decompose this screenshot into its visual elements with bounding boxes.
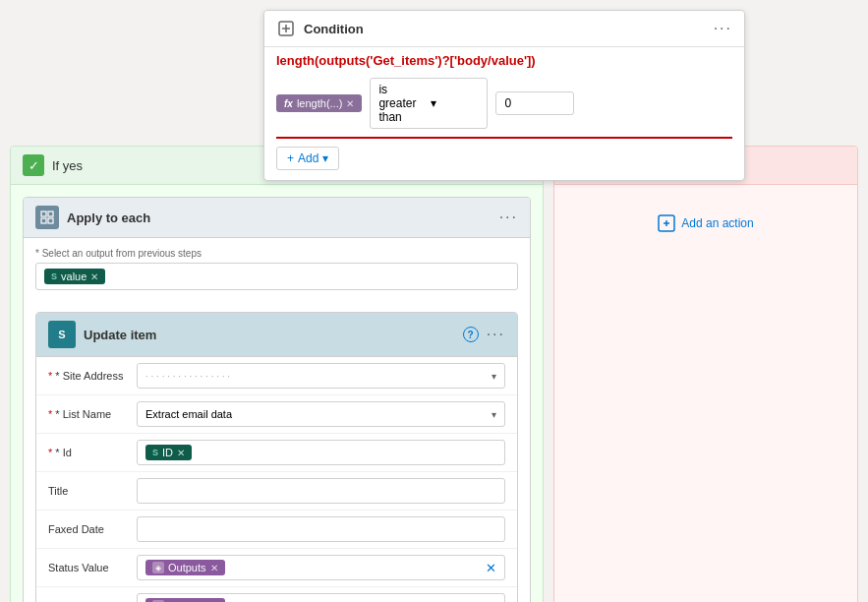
add-chevron-icon: ▾ [322,151,328,165]
condition-card: Condition ··· length(outputs('Get_items'… [263,10,745,181]
if-yes-label: If yes [52,158,83,173]
list-name-value: Extract email data [145,408,232,420]
faxed-date-label: Faxed Date [48,523,137,535]
id-pill-label: ID [162,447,173,458]
svg-rect-4 [48,218,53,223]
apply-each-menu-dots[interactable]: ··· [499,209,518,226]
apply-each-icon [35,206,59,229]
condition-row: fx length(...) ✕ is greater than ▾ [264,70,744,137]
status-clear-icon[interactable]: ✕ [486,561,496,575]
status-value-input[interactable]: ◈ Outputs ✕ ✕ [137,555,505,580]
main-container: Condition ··· length(outputs('Get_items'… [0,0,868,602]
svg-rect-2 [48,211,53,216]
chevron-down-icon: ▾ [431,96,479,110]
add-action-label: Add an action [681,216,753,230]
formula-pill[interactable]: fx length(...) ✕ [276,94,362,112]
condition-menu-dots[interactable]: ··· [714,20,732,37]
list-name-label: * List Name [48,408,137,420]
if-yes-panel: ✓ If yes Apply [10,146,544,602]
checkmark-icon: ✓ [23,154,44,176]
id-pill-icon: S [152,448,158,457]
update-item-card: S Update item ? ··· * Site Address [35,312,518,602]
value-pill-close[interactable]: ✕ [90,271,98,282]
add-button[interactable]: + Add ▾ [276,147,339,170]
branches-row: ✓ If yes Apply [10,146,858,602]
site-address-input[interactable]: · · · · · · · · · · · · · · · · ▾ [137,363,505,389]
pill-label: length(...) [297,97,342,109]
add-action-icon [658,214,675,232]
comments-outputs-pill[interactable]: ◈ Outputs ✕ [145,598,225,602]
output-field: S value ✕ [35,263,518,290]
title-input[interactable] [137,478,505,504]
pill-close-icon[interactable]: ✕ [346,98,354,109]
title-row: Title [36,472,517,511]
value-pill-icon: S [51,271,57,281]
status-outputs-pill[interactable]: ◈ Outputs ✕ [145,560,225,575]
update-item-title: Update item [84,328,156,342]
faxed-date-input[interactable] [137,516,505,542]
site-address-value: · · · · · · · · · · · · · · · · [145,371,230,382]
update-item-menu-dots[interactable]: ··· [487,326,505,343]
svg-rect-1 [41,211,46,216]
plus-icon: + [287,151,294,165]
id-pill-close[interactable]: ✕ [177,448,185,458]
id-row: * Id S ID ✕ [36,434,517,472]
condition-value-input[interactable] [495,91,574,115]
id-label: * Id [48,447,137,458]
update-item-body: * Site Address · · · · · · · · · · · · ·… [36,357,517,602]
update-item-header: S Update item ? ··· [36,313,517,357]
add-row: + Add ▾ [264,139,744,180]
list-name-input[interactable]: Extract email data ▾ [137,401,505,427]
id-input[interactable]: S ID ✕ [137,440,505,465]
comments-row: Comments ◈ Outputs ✕ [36,587,517,602]
apply-each-title: Apply to each [67,211,150,225]
status-value-label: Status Value [48,562,137,573]
if-no-panel: ✕ If no Add an action [553,146,858,602]
comments-input[interactable]: ◈ Outputs ✕ [137,593,505,602]
add-action-button[interactable]: Add an action [658,214,753,232]
apply-each-card: Apply to each ··· * Select an output fro… [23,197,531,602]
condition-formula: length(outputs('Get_items')?['body/value… [264,47,744,70]
operator-select[interactable]: is greater than ▾ [370,78,488,129]
apply-each-header: Apply to each ··· [24,198,530,238]
help-icon[interactable]: ? [463,327,479,342]
status-value-row: Status Value ◈ Outputs ✕ ✕ [36,549,517,587]
site-address-chevron: ▾ [492,371,496,382]
status-pill-close[interactable]: ✕ [210,563,218,573]
update-item-icon: S [48,321,76,348]
svg-rect-3 [41,218,46,223]
condition-header: Condition ··· [264,11,744,47]
if-no-content: Add an action [554,185,857,262]
title-label: Title [48,485,137,497]
operator-label: is greater than [378,83,427,124]
faxed-date-row: Faxed Date [36,511,517,549]
select-output-label: * Select an output from previous steps [35,248,518,259]
value-pill-label: value [61,271,87,282]
condition-icon [276,19,296,38]
site-address-row: * Site Address · · · · · · · · · · · · ·… [36,357,517,395]
add-label: Add [298,151,318,165]
apply-each-body: * Select an output from previous steps S… [24,238,530,300]
status-outputs-label: Outputs [168,562,206,573]
outputs-pill-icon-1: ◈ [152,562,164,573]
condition-title: Condition [304,22,364,36]
id-pill[interactable]: S ID ✕ [145,445,192,460]
value-pill[interactable]: S value ✕ [44,269,105,284]
list-name-chevron: ▾ [492,409,496,420]
site-address-label: * Site Address [48,370,137,382]
pill-fx-icon: fx [284,98,293,109]
list-name-row: * List Name Extract email data ▾ [36,395,517,434]
